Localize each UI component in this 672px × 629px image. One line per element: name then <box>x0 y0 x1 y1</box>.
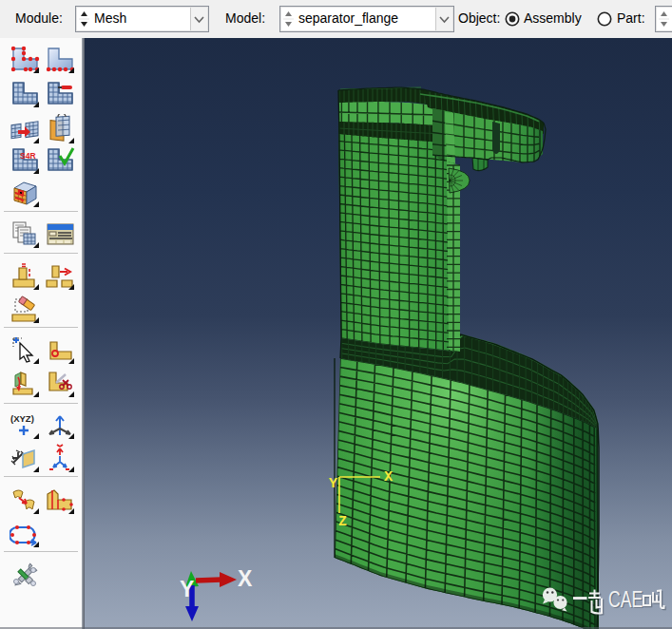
svg-text:CAE: CAE <box>608 586 643 613</box>
svg-text:Y: Y <box>329 476 337 492</box>
svg-text:X: X <box>384 469 393 486</box>
svg-text:(XYZ): (XYZ) <box>10 413 34 424</box>
svg-text:Z: Z <box>338 514 347 530</box>
svg-text:Y: Y <box>180 577 194 601</box>
svg-text:S4R: S4R <box>20 151 36 161</box>
svg-text:X: X <box>238 566 253 591</box>
